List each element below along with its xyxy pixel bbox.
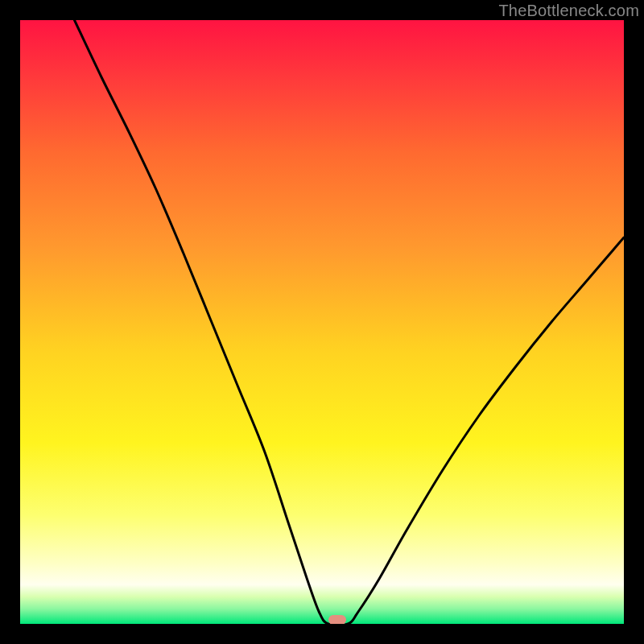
optimal-marker bbox=[328, 615, 346, 624]
svg-rect-0 bbox=[20, 20, 624, 624]
chart-frame: TheBottleneck.com bbox=[0, 0, 644, 644]
background-gradient bbox=[20, 20, 624, 624]
watermark-text: TheBottleneck.com bbox=[498, 2, 639, 20]
plot-area bbox=[20, 20, 624, 624]
